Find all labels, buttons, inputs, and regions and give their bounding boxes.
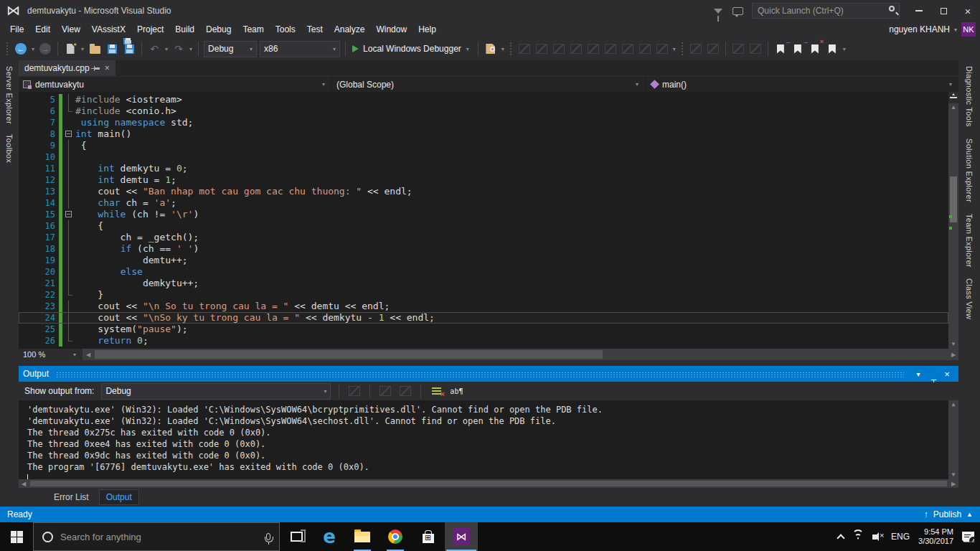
minimize-button[interactable]: [907, 1, 931, 21]
code-line-5[interactable]: 5#include <iostream>: [19, 94, 948, 105]
publish-button[interactable]: ↑ Publish ▲: [924, 509, 973, 519]
menu-edit[interactable]: Edit: [29, 23, 56, 36]
panel-tab-diagnostic-tools[interactable]: Diagnostic Tools: [965, 66, 974, 127]
panel-splitter[interactable]: [19, 360, 958, 366]
file-explorer-taskbar-button[interactable]: [346, 522, 379, 551]
next-message-icon[interactable]: [397, 382, 413, 400]
breakpoint-margin[interactable]: [19, 140, 34, 151]
close-panel-icon[interactable]: ×: [940, 369, 954, 380]
editor-vertical-scrollbar[interactable]: ▲ ▼: [948, 92, 958, 349]
menu-view[interactable]: View: [56, 23, 86, 36]
breakpoint-margin[interactable]: [19, 220, 34, 232]
breakpoint-margin[interactable]: [19, 255, 34, 266]
redo-button[interactable]: ↷: [171, 40, 187, 57]
code-line-18[interactable]: 18 if (ch == ' '): [19, 243, 948, 255]
restore-button[interactable]: [931, 1, 956, 21]
code-line-16[interactable]: 16 {: [19, 220, 948, 232]
menu-project[interactable]: Project: [131, 23, 169, 36]
breakpoint-margin[interactable]: [19, 232, 34, 243]
account-area[interactable]: nguyen KHANH ▾ NK: [889, 22, 980, 37]
increase-indent-icon[interactable]: [748, 40, 763, 57]
solution-configuration-combo[interactable]: Debug▾: [204, 41, 257, 57]
member-dropdown[interactable]: main()▾: [646, 77, 958, 92]
breakpoint-margin[interactable]: [19, 335, 34, 347]
collapse-region-icon[interactable]: –: [65, 211, 72, 217]
task-view-button[interactable]: [280, 522, 313, 551]
output-vertical-scrollbar[interactable]: ▲ ▼: [948, 400, 958, 479]
find-references-icon[interactable]: [568, 40, 584, 57]
breakpoint-margin[interactable]: [19, 151, 34, 163]
save-button[interactable]: [104, 40, 120, 57]
scrollbar-thumb[interactable]: [30, 481, 947, 486]
panel-tab-server-explorer[interactable]: Server Explorer: [5, 66, 14, 124]
scroll-right-arrow[interactable]: ▶: [948, 479, 958, 488]
panel-tab-class-view[interactable]: Class View: [965, 278, 974, 319]
breakpoint-margin[interactable]: [19, 301, 34, 312]
paste-special-icon[interactable]: [654, 40, 670, 57]
scroll-down-arrow[interactable]: ▼: [948, 340, 958, 349]
undo-close-icon[interactable]: [620, 40, 636, 57]
language-indicator[interactable]: ENG: [891, 532, 910, 542]
scroll-up-arrow[interactable]: ▲: [948, 400, 958, 409]
breakpoint-margin[interactable]: [19, 105, 34, 117]
undo-button[interactable]: ↶: [146, 40, 162, 57]
project-dropdown[interactable]: demtuvakytu▾: [19, 77, 332, 92]
output-source-combo[interactable]: Debug▾: [101, 383, 331, 400]
panel-tab-toolbox[interactable]: Toolbox: [5, 134, 14, 163]
solution-platform-combo[interactable]: x86▾: [260, 41, 340, 57]
send-feedback-icon[interactable]: [732, 7, 743, 15]
breakpoint-margin[interactable]: [19, 186, 34, 197]
scrollbar-thumb[interactable]: [95, 350, 603, 359]
editor-zoom-combo[interactable]: 100 %▾: [19, 349, 83, 360]
menu-analyze[interactable]: Analyze: [329, 23, 371, 36]
split-editor-handle[interactable]: [948, 92, 958, 103]
menu-team[interactable]: Team: [237, 23, 269, 36]
fold-margin[interactable]: –: [62, 128, 75, 140]
clock[interactable]: 9:54 PM 3/30/2017: [918, 527, 953, 546]
breakpoint-margin[interactable]: [19, 289, 34, 301]
clear-bookmarks-button[interactable]: ×: [824, 40, 840, 57]
code-line-12[interactable]: 12 int demtu = 1;: [19, 174, 948, 186]
toolbar-grip[interactable]: [6, 42, 9, 56]
code-line-7[interactable]: 7 using namespace std;: [19, 117, 948, 128]
editor-horizontal-scrollbar[interactable]: ◀ ▶: [83, 349, 958, 360]
code-line-13[interactable]: 13 cout << "Ban nhap mot cau gom cac chu…: [19, 186, 948, 197]
find-message-icon[interactable]: [347, 382, 362, 400]
bookmark-overflow-caret[interactable]: ▾: [841, 46, 848, 52]
scope-dropdown[interactable]: (Global Scope)▾: [332, 77, 646, 92]
output-horizontal-scrollbar[interactable]: ◀ ▶: [19, 479, 958, 488]
menu-tools[interactable]: Tools: [270, 23, 301, 36]
document-tab[interactable]: demtuvakytu.cpp ×: [19, 60, 116, 76]
close-button[interactable]: ×: [956, 1, 980, 21]
feedback-filter-icon[interactable]: [714, 9, 722, 14]
code-line-19[interactable]: 19 demtu++;: [19, 255, 948, 266]
code-line-15[interactable]: 15– while (ch != '\r'): [19, 209, 948, 220]
scroll-down-arrow[interactable]: ▼: [948, 471, 958, 479]
redo-caret[interactable]: ▾: [187, 46, 194, 52]
taskbar-search-input[interactable]: [60, 532, 258, 542]
code-editor[interactable]: 5#include <iostream>6#include <conio.h>7…: [19, 92, 958, 349]
show-hidden-icons-chevron[interactable]: [837, 534, 844, 542]
open-file-button[interactable]: [87, 40, 103, 57]
quick-launch-input[interactable]: [752, 3, 900, 19]
code-line-10[interactable]: 10: [19, 151, 948, 163]
navigate-back-context-icon[interactable]: [585, 40, 601, 57]
navigate-forward-button[interactable]: →: [37, 40, 53, 57]
scroll-left-arrow[interactable]: ◀: [19, 479, 29, 488]
code-line-20[interactable]: 20 else: [19, 266, 948, 278]
menu-vassistx[interactable]: VAssistX: [86, 23, 131, 36]
menu-debug[interactable]: Debug: [200, 23, 237, 36]
previous-message-icon[interactable]: [377, 382, 393, 400]
breakpoint-margin[interactable]: [19, 163, 34, 174]
store-taskbar-button[interactable]: [412, 522, 445, 551]
save-all-button[interactable]: [121, 40, 137, 57]
collapse-region-icon[interactable]: –: [65, 131, 72, 137]
breakpoint-margin[interactable]: [19, 312, 34, 324]
breakpoint-margin[interactable]: [19, 266, 34, 278]
action-center-icon[interactable]: 4: [962, 532, 974, 542]
volume-muted-icon[interactable]: [872, 534, 877, 540]
code-line-9[interactable]: 9 {: [19, 140, 948, 151]
undo-caret[interactable]: ▾: [163, 46, 170, 52]
output-panel-title-bar[interactable]: Output ▾ ×: [19, 366, 958, 382]
start-debugging-button[interactable]: Local Windows Debugger ▾: [349, 40, 474, 57]
